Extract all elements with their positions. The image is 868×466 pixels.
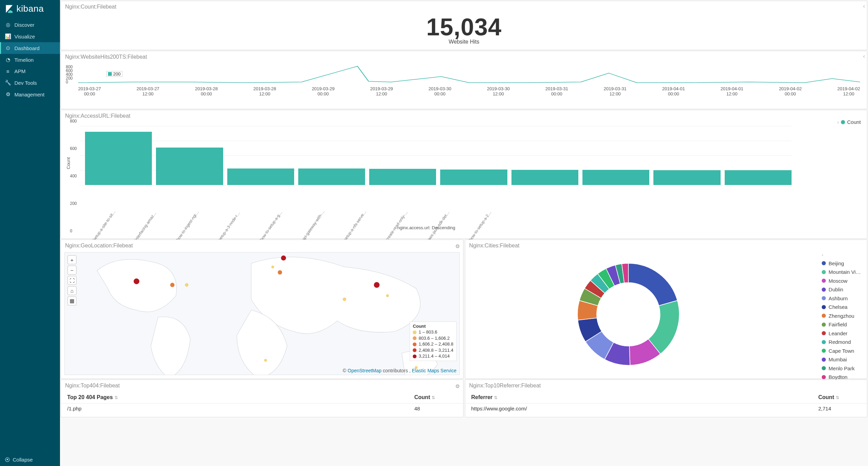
- zoom-in-button[interactable]: +: [68, 255, 76, 264]
- nav-label: Timelion: [14, 57, 34, 63]
- nav-discover[interactable]: ◎Discover: [0, 19, 60, 31]
- svg-point-6: [281, 256, 286, 261]
- map[interactable]: + − ⛶ ⌂ ▦ Count 1 – 803.6803.6 – 1,606.2…: [64, 252, 460, 375]
- panel-title: Nginx:Top404:Filebeat: [61, 380, 463, 391]
- svg-point-1: [134, 279, 140, 284]
- legend-item[interactable]: Zhengzhou: [822, 312, 861, 321]
- table-row[interactable]: /1.php48: [61, 404, 463, 414]
- legend-item[interactable]: Moscow: [822, 277, 861, 286]
- nav-timelion[interactable]: ◔Timelion: [0, 54, 60, 66]
- app-name: kibana: [16, 3, 44, 14]
- bar[interactable]: [440, 170, 507, 185]
- legend-item[interactable]: Fairfield: [822, 320, 861, 329]
- kibana-icon: [5, 4, 14, 13]
- layers-button[interactable]: ▦: [68, 296, 76, 305]
- metric-value: 15,034: [61, 13, 867, 41]
- nav-label: Visualize: [14, 34, 35, 39]
- y-axis-label: Count: [66, 157, 71, 169]
- legend-item[interactable]: Redmond: [822, 338, 861, 347]
- panel-top404: Nginx:Top404:Filebeat ⚙ Top 20 404 Pages…: [61, 380, 463, 417]
- nav-list: ◎Discover 📊Visualize ⊙Dashboard ◔Timelio…: [0, 19, 60, 100]
- legend-item[interactable]: Mumbai: [822, 355, 861, 364]
- home-button[interactable]: ⌂: [68, 286, 76, 295]
- col-page[interactable]: Top 20 404 Pages ⇅: [61, 391, 408, 404]
- x-axis-label: nginx.access.url: Descending: [61, 225, 792, 230]
- table-top404: Top 20 404 Pages ⇅ Count ⇅ /1.php48: [61, 391, 463, 413]
- panel-access-url: Nginx:AccessURL:Filebeat ›Count Count /s…: [61, 110, 867, 239]
- table-referrer: Referrer ⇅ Count ⇅ https://www.google.co…: [465, 391, 867, 413]
- svg-point-8: [374, 282, 380, 288]
- link-osm[interactable]: OpenStreetMap: [348, 368, 382, 373]
- panel-expand-icon[interactable]: ‹: [863, 3, 865, 9]
- collapse-label: Collapse: [13, 457, 33, 463]
- y-ticks: 800 600 400 200 0: [66, 65, 73, 84]
- compass-icon: ◎: [5, 22, 11, 28]
- collapse-button[interactable]: ⦿ Collapse: [0, 453, 60, 466]
- dashboard-icon: ⊙: [5, 45, 11, 51]
- sort-icon: ⇅: [836, 395, 839, 400]
- panel-geo: Nginx:GeoLocation:Filebeat ⚙: [61, 240, 463, 379]
- panel-options-icon[interactable]: ⚙: [455, 243, 460, 249]
- bar[interactable]: [511, 170, 578, 185]
- chevron-right-icon[interactable]: ›: [822, 252, 823, 257]
- sort-icon: ⇅: [432, 395, 435, 400]
- nav-label: APM: [14, 68, 26, 74]
- nav-dashboard[interactable]: ⊙Dashboard: [0, 42, 60, 54]
- timeseries-chart[interactable]: [78, 65, 860, 85]
- nav-management[interactable]: ⚙Management: [0, 89, 60, 100]
- bar[interactable]: [653, 170, 720, 185]
- legend-item[interactable]: Mountain Vi…: [822, 268, 861, 277]
- bar-series[interactable]: [85, 126, 792, 185]
- legend-item[interactable]: Leander: [822, 329, 861, 338]
- panel-referrer: Nginx:Top10Referrer:Filebeat Referrer ⇅ …: [465, 380, 868, 417]
- svg-point-3: [185, 283, 188, 287]
- svg-point-10: [264, 359, 267, 362]
- legend-item[interactable]: Ashburn: [822, 294, 861, 303]
- legend-item[interactable]: Chelsea: [822, 303, 861, 312]
- col-count[interactable]: Count ⇅: [408, 391, 463, 404]
- app-logo[interactable]: kibana: [0, 0, 60, 19]
- bar[interactable]: [369, 169, 436, 185]
- nav-visualize[interactable]: 📊Visualize: [0, 31, 60, 42]
- table-row[interactable]: https://www.google.com/2,714: [465, 404, 867, 414]
- x-ticks: 2019-03-27 00:002019-03-27 12:002019-03-…: [78, 85, 860, 96]
- legend-item[interactable]: Menlo Park: [822, 364, 861, 373]
- metric-label: Website Hits: [61, 39, 867, 45]
- series-legend-200[interactable]: 200: [106, 71, 122, 77]
- bar[interactable]: [227, 168, 294, 185]
- link-ems[interactable]: Elastic Maps Service: [412, 368, 457, 373]
- svg-point-4: [271, 266, 274, 268]
- nav-devtools[interactable]: 🔧Dev Tools: [0, 77, 60, 89]
- donut-chart[interactable]: [479, 257, 778, 372]
- svg-point-9: [386, 294, 389, 297]
- bar[interactable]: [725, 170, 792, 185]
- panel-title: Nginx:GeoLocation:Filebeat: [61, 240, 463, 251]
- gear-icon: ⚙: [5, 91, 11, 97]
- panel-expand-icon[interactable]: ‹: [863, 53, 865, 59]
- bar[interactable]: [582, 170, 649, 185]
- fit-bounds-button[interactable]: ⛶: [68, 276, 76, 285]
- svg-point-2: [170, 283, 174, 287]
- nav-label: Dashboard: [14, 45, 39, 51]
- chevron-left-icon: ⦿: [5, 457, 10, 463]
- col-referrer[interactable]: Referrer ⇅: [465, 391, 812, 404]
- map-legend: Count 1 – 803.6803.6 – 1,606.21,606.2 – …: [410, 322, 456, 361]
- legend-item[interactable]: Beijing: [822, 259, 861, 268]
- bar[interactable]: [85, 132, 152, 185]
- nav-label: Discover: [14, 22, 34, 28]
- panel-title: Nginx:AccessURL:Filebeat: [61, 110, 867, 121]
- panel-options-icon[interactable]: ⚙: [455, 383, 460, 389]
- panel-title: Nginx:Count:Filebeat: [61, 1, 867, 12]
- sort-icon: ⇅: [494, 395, 497, 400]
- nav-apm[interactable]: ≡APM: [0, 66, 60, 77]
- bar[interactable]: [156, 148, 223, 185]
- donut-legend: › BeijingMountain Vi…MoscowDublinAshburn…: [822, 250, 861, 382]
- legend-item[interactable]: Cape Town: [822, 347, 861, 356]
- nav-label: Management: [14, 92, 45, 97]
- col-count[interactable]: Count ⇅: [812, 391, 867, 404]
- panel-timeseries: Nginx:WebsiteHits200TS:Filebeat ‹ 800 60…: [61, 51, 867, 109]
- bar[interactable]: [298, 168, 365, 185]
- wrench-icon: 🔧: [5, 80, 11, 86]
- zoom-out-button[interactable]: −: [68, 266, 76, 275]
- legend-item[interactable]: Dublin: [822, 285, 861, 294]
